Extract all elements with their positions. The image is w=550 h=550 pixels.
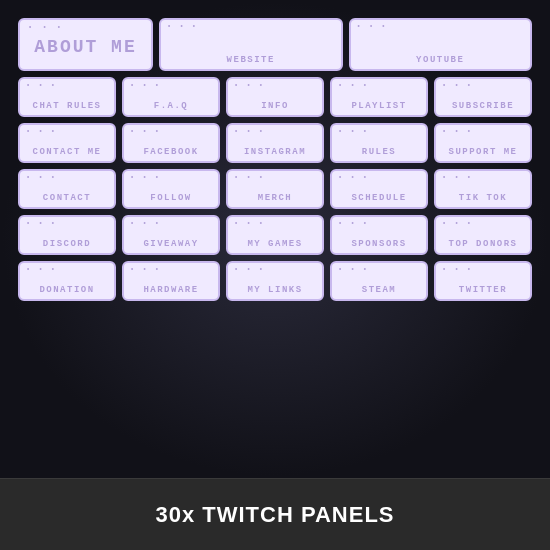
label-contact-me: CONTACT ME xyxy=(26,147,108,157)
footer: 30x TWITCH PANELS xyxy=(0,478,550,550)
dots-about-me: • • • xyxy=(28,24,143,31)
panel-instagram[interactable]: • • • INSTAGRAM xyxy=(226,123,324,163)
panel-merch[interactable]: • • • MERCH xyxy=(226,169,324,209)
panel-sponsors[interactable]: • • • SPONSORS xyxy=(330,215,428,255)
label-my-games: MY GAMES xyxy=(234,239,316,249)
dots-info: • • • xyxy=(234,82,316,89)
label-merch: MERCH xyxy=(234,193,316,203)
panel-faq[interactable]: • • • F.A.Q xyxy=(122,77,220,117)
panel-rules[interactable]: • • • RULES xyxy=(330,123,428,163)
dots-subscribe: • • • xyxy=(442,82,524,89)
label-giveaway: GIVEAWAY xyxy=(130,239,212,249)
dots-giveaway: • • • xyxy=(130,220,212,227)
label-contact: CONTACT xyxy=(26,193,108,203)
dots-merch: • • • xyxy=(234,174,316,181)
label-follow: FOLLOW xyxy=(130,193,212,203)
panel-facebook[interactable]: • • • FACEBOOK xyxy=(122,123,220,163)
label-facebook: FACEBOOK xyxy=(130,147,212,157)
dots-steam: • • • xyxy=(338,266,420,273)
panel-support-me[interactable]: • • • SUPPORT ME xyxy=(434,123,532,163)
panel-subscribe[interactable]: • • • SUBSCRIBE xyxy=(434,77,532,117)
dots-contact-me: • • • xyxy=(26,128,108,135)
panel-contact-me[interactable]: • • • CONTACT ME xyxy=(18,123,116,163)
dots-schedule: • • • xyxy=(338,174,420,181)
panel-donation[interactable]: • • • DONATION xyxy=(18,261,116,301)
row-2: • • • CHAT RULES • • • F.A.Q • • • INFO … xyxy=(18,77,532,117)
dots-website: • • • xyxy=(167,23,335,30)
label-youtube: YOUTUBE xyxy=(357,55,525,65)
label-twitter: TWITTER xyxy=(442,285,524,295)
label-steam: STEAM xyxy=(338,285,420,295)
label-support-me: SUPPORT ME xyxy=(442,147,524,157)
panel-steam[interactable]: • • • STEAM xyxy=(330,261,428,301)
row-5: • • • DISCORD • • • GIVEAWAY • • • MY GA… xyxy=(18,215,532,255)
panel-info[interactable]: • • • INFO xyxy=(226,77,324,117)
row-6: • • • DONATION • • • HARDWARE • • • MY L… xyxy=(18,261,532,301)
panel-contact[interactable]: • • • CONTACT xyxy=(18,169,116,209)
dots-hardware: • • • xyxy=(130,266,212,273)
label-info: INFO xyxy=(234,101,316,111)
dots-twitter: • • • xyxy=(442,266,524,273)
panel-follow[interactable]: • • • FOLLOW xyxy=(122,169,220,209)
panel-chat-rules[interactable]: • • • CHAT RULES xyxy=(18,77,116,117)
label-donation: DONATION xyxy=(26,285,108,295)
dots-discord: • • • xyxy=(26,220,108,227)
panel-about-me[interactable]: • • • ABOUT ME xyxy=(18,18,153,71)
row-1: • • • ABOUT ME • • • WEBSITE • • • YOUTU… xyxy=(18,18,532,71)
dots-facebook: • • • xyxy=(130,128,212,135)
dots-rules: • • • xyxy=(338,128,420,135)
row-3: • • • CONTACT ME • • • FACEBOOK • • • IN… xyxy=(18,123,532,163)
dots-my-games: • • • xyxy=(234,220,316,227)
dots-youtube: • • • xyxy=(357,23,525,30)
panels-area: • • • ABOUT ME • • • WEBSITE • • • YOUTU… xyxy=(0,0,550,478)
label-website: WEBSITE xyxy=(167,55,335,65)
panel-playlist[interactable]: • • • PLAYLIST xyxy=(330,77,428,117)
label-discord: DISCORD xyxy=(26,239,108,249)
panel-discord[interactable]: • • • DISCORD xyxy=(18,215,116,255)
dots-contact: • • • xyxy=(26,174,108,181)
dots-sponsors: • • • xyxy=(338,220,420,227)
label-faq: F.A.Q xyxy=(130,101,212,111)
footer-label: 30x TWITCH PANELS xyxy=(155,502,394,528)
dots-support-me: • • • xyxy=(442,128,524,135)
sub-row-1a: • • • WEBSITE • • • YOUTUBE xyxy=(159,18,532,71)
label-instagram: INSTAGRAM xyxy=(234,147,316,157)
panel-tik-tok[interactable]: • • • TIK TOK xyxy=(434,169,532,209)
label-tik-tok: TIK TOK xyxy=(442,193,524,203)
dots-donation: • • • xyxy=(26,266,108,273)
dots-chat-rules: • • • xyxy=(26,82,108,89)
label-about-me: ABOUT ME xyxy=(28,32,143,63)
dots-playlist: • • • xyxy=(338,82,420,89)
panel-giveaway[interactable]: • • • GIVEAWAY xyxy=(122,215,220,255)
panel-hardware[interactable]: • • • HARDWARE xyxy=(122,261,220,301)
label-sponsors: SPONSORS xyxy=(338,239,420,249)
panel-top-donors[interactable]: • • • TOP DONORS xyxy=(434,215,532,255)
dots-faq: • • • xyxy=(130,82,212,89)
row-4: • • • CONTACT • • • FOLLOW • • • MERCH •… xyxy=(18,169,532,209)
panel-my-games[interactable]: • • • MY GAMES xyxy=(226,215,324,255)
panel-my-links[interactable]: • • • MY LINKS xyxy=(226,261,324,301)
label-hardware: HARDWARE xyxy=(130,285,212,295)
label-rules: RULES xyxy=(338,147,420,157)
label-playlist: PLAYLIST xyxy=(338,101,420,111)
panel-schedule[interactable]: • • • SCHEDULE xyxy=(330,169,428,209)
dots-top-donors: • • • xyxy=(442,220,524,227)
label-top-donors: TOP DONORS xyxy=(442,239,524,249)
panel-youtube[interactable]: • • • YOUTUBE xyxy=(349,18,533,71)
dots-tik-tok: • • • xyxy=(442,174,524,181)
right-panels-row1: • • • WEBSITE • • • YOUTUBE xyxy=(159,18,532,71)
dots-my-links: • • • xyxy=(234,266,316,273)
dots-instagram: • • • xyxy=(234,128,316,135)
panel-website[interactable]: • • • WEBSITE xyxy=(159,18,343,71)
label-schedule: SCHEDULE xyxy=(338,193,420,203)
label-chat-rules: CHAT RULES xyxy=(26,101,108,111)
label-subscribe: SUBSCRIBE xyxy=(442,101,524,111)
dots-follow: • • • xyxy=(130,174,212,181)
panel-twitter[interactable]: • • • TWITTER xyxy=(434,261,532,301)
label-my-links: MY LINKS xyxy=(234,285,316,295)
